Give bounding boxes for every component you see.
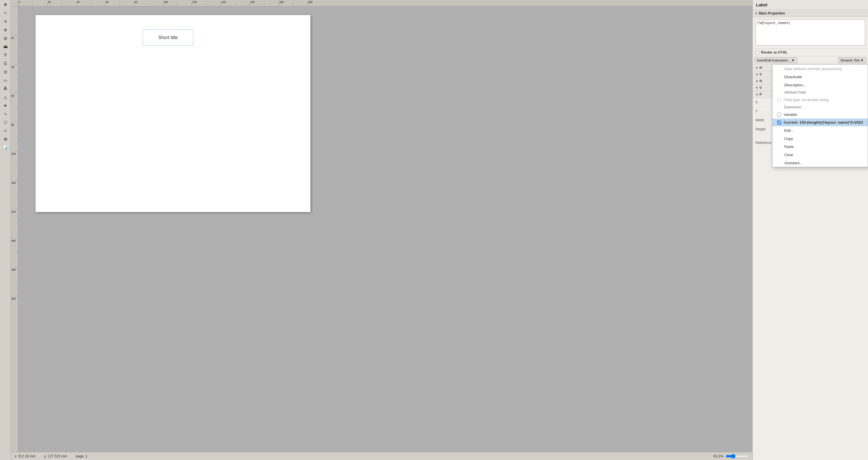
y-coord: y: 127.523 mm: [44, 454, 67, 458]
edit-check-icon: [777, 128, 782, 133]
subsection-h2-label: H: [760, 79, 762, 83]
main-properties-label: Main Properties: [759, 11, 785, 16]
add-legend-btn[interactable]: ☰: [1, 59, 10, 67]
table-btn[interactable]: ⊠: [1, 135, 10, 143]
dropdown-paste-item[interactable]: Paste: [773, 143, 868, 151]
add-line-btn[interactable]: ∿: [1, 110, 10, 118]
svg-text:40: 40: [11, 65, 14, 68]
assistant-check-icon: [777, 161, 782, 165]
subsection-h2-arrow: ▼: [755, 80, 758, 83]
svg-text:140: 140: [221, 1, 226, 3]
insert-btn-label: Insert/Edit Expression...: [757, 59, 790, 62]
dropdown-edit-item[interactable]: Edit...: [773, 126, 868, 135]
y-label: Y: [755, 109, 773, 113]
ruler-corner: [11, 0, 18, 6]
svg-text:180: 180: [11, 268, 16, 271]
dropdown-assistant-item[interactable]: Assistant...: [773, 159, 868, 167]
dynamic-text-arrow: ▼: [861, 59, 864, 62]
dropdown-variable-item[interactable]: Variable: [773, 111, 868, 118]
add-map-btn[interactable]: ⊕: [1, 26, 10, 34]
svg-text:140: 140: [11, 210, 16, 213]
dropdown-clear-item[interactable]: Clear: [773, 151, 868, 159]
svg-text:160: 160: [11, 239, 16, 242]
ruler-horizontal: 0 20 40 60 80 100 120 140: [18, 0, 752, 6]
render-html-row: Render as HTML: [752, 49, 868, 56]
svg-text:60: 60: [11, 94, 14, 97]
dummy-check-icon: [777, 66, 782, 71]
cursor-tool-btn[interactable]: ↖: [1, 9, 10, 17]
svg-text:200: 200: [11, 297, 16, 300]
add-font-btn[interactable]: A: [1, 85, 10, 93]
left-toolbar: ✥ ↖ ✛ ⊕ ⊞ 🏔 T ☰ ⊟ ▭ A △ ★ ∿ ⬡ ⟨/⟩ ⊠ 📊: [0, 0, 11, 460]
canvas-label-element[interactable]: Short title: [143, 30, 193, 46]
field-type-checkbox: [777, 98, 781, 102]
subsection-v1-label: V: [760, 73, 762, 77]
copy-check-icon: [777, 136, 782, 141]
ruler-vertical: 20 40 60 80 100 120 140 1: [11, 6, 18, 452]
dropdown-data-defined-label: Data defined override (expression): [773, 65, 868, 73]
deactivate-check-icon: [777, 75, 782, 79]
dynamic-text-label: Dynamic Text: [840, 59, 860, 62]
description-check-icon: [777, 83, 782, 87]
add-label-btn[interactable]: T: [1, 51, 10, 59]
dropdown-attribute-field-label: Attribute Field: [773, 89, 868, 96]
svg-text:160: 160: [250, 1, 255, 3]
svg-text:20: 20: [11, 36, 14, 39]
dynamic-text-dropdown: Data defined override (expression) Deact…: [772, 64, 868, 167]
expression-toolbar-row: Insert/Edit Expression... ▼ Dynamic Text…: [752, 56, 868, 65]
svg-text:100: 100: [11, 152, 16, 155]
dropdown-deactivate-item[interactable]: Deactivate: [773, 73, 868, 81]
panel-scroll: ▼ Main Properties [%@layout_name%] Rende…: [752, 10, 868, 460]
expression-textarea[interactable]: [%@layout_name%]: [755, 20, 865, 46]
add-star-btn[interactable]: ★: [1, 102, 10, 110]
svg-text:80: 80: [134, 1, 137, 3]
svg-text:20: 20: [48, 1, 51, 3]
width-label: Width: [755, 118, 773, 122]
add-shape-btn[interactable]: ▭: [1, 76, 10, 84]
panel-title: Label: [752, 0, 868, 10]
dropdown-copy-item[interactable]: Copy: [773, 135, 868, 143]
main-properties-content: [%@layout_name%]: [752, 17, 868, 49]
select-tool-btn[interactable]: ✥: [1, 1, 10, 9]
insert-btn-arrow: ▼: [791, 59, 795, 62]
dynamic-text-btn[interactable]: Dynamic Text ▼: [838, 57, 866, 63]
zoom-slider[interactable]: [726, 454, 749, 459]
insert-edit-expression-btn[interactable]: Insert/Edit Expression... ▼: [754, 57, 797, 63]
subsection-v2-label: V: [760, 86, 762, 90]
subsection-v1-arrow: ▼: [755, 73, 758, 76]
dropdown-expression-label: Expression: [773, 104, 868, 111]
chart-btn[interactable]: 📊: [1, 143, 10, 151]
subsection-p-label: P: [760, 92, 762, 96]
render-as-html-checkbox[interactable]: [755, 51, 759, 54]
status-bar: x: 312.18 mm y: 127.523 mm page: 1 63.1%: [11, 452, 752, 460]
add-picture-btn[interactable]: 🏔: [1, 42, 10, 51]
dropdown-current-item[interactable]: Current: 150-(length(@layout_name)*3+20)…: [773, 118, 868, 126]
right-panel: Label ▼ Main Properties [%@layout_name%]…: [752, 0, 868, 460]
ruler-row: 20 40 60 80 100 120 140 1: [11, 6, 752, 452]
svg-text:180: 180: [279, 1, 283, 3]
canvas-area[interactable]: Short title: [18, 6, 752, 452]
pan-tool-btn[interactable]: ✛: [1, 18, 10, 26]
current-checkbox[interactable]: [777, 120, 781, 124]
variable-checkbox[interactable]: [777, 113, 781, 117]
main-properties-header[interactable]: ▼ Main Properties: [752, 10, 868, 17]
svg-text:0: 0: [19, 1, 20, 3]
zoom-level: 63.1%: [713, 454, 723, 458]
main-properties-collapse-arrow: ▼: [755, 12, 758, 15]
dropdown-field-type-item: Field type: int,double,string: [773, 96, 868, 104]
svg-text:120: 120: [11, 181, 16, 184]
add-frame-btn[interactable]: ⊞: [1, 34, 10, 42]
add-node-btn[interactable]: ⬡: [1, 118, 10, 126]
svg-text:200: 200: [308, 1, 312, 3]
render-as-html-label: Render as HTML: [761, 50, 787, 54]
x-label: X: [755, 100, 773, 104]
dropdown-description-item[interactable]: Description...: [773, 81, 868, 89]
height-label: Height: [755, 127, 773, 131]
html-tool-btn[interactable]: ⟨/⟩: [1, 126, 10, 135]
add-triangle-btn[interactable]: △: [1, 93, 10, 101]
svg-text:80: 80: [11, 123, 14, 126]
main-area: 0 20 40 60 80 100 120 140: [11, 0, 752, 460]
add-scalebar-btn[interactable]: ⊟: [1, 68, 10, 76]
subsection-p-arrow: ▼: [755, 93, 758, 96]
canvas-label-text: Short title: [158, 35, 178, 40]
